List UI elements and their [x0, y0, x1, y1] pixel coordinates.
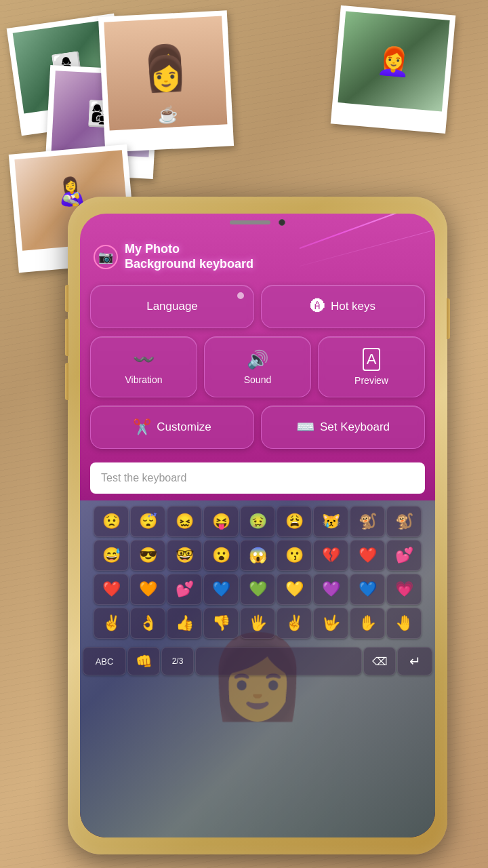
emoji-key[interactable]: 😮	[203, 540, 239, 571]
menu-row-3: ✂️ Customize ⌨️ Set Keyboard	[90, 406, 425, 449]
app-content: 📷 My Photo Background keyboard	[80, 229, 435, 837]
sound-label: Sound	[244, 374, 271, 385]
phone-container: 📷 My Photo Background keyboard	[68, 197, 447, 854]
abc-key[interactable]: ABC	[83, 647, 126, 675]
app-title: My Photo Background keyboard	[125, 242, 253, 271]
language-button[interactable]: Language	[90, 285, 254, 328]
set-keyboard-button[interactable]: ⌨️ Set Keyboard	[261, 406, 425, 449]
emoji-key[interactable]: 🧡	[130, 574, 165, 605]
bubble-dot	[237, 292, 244, 299]
emoji-key[interactable]: 💗	[386, 574, 422, 605]
speaker-grill	[230, 220, 270, 224]
emoji-key[interactable]: 🤓	[167, 540, 202, 571]
keyboard-area: 😟 😴 😖 😝 🤢 😩 😿 🐒 🐒 😅	[80, 500, 435, 837]
emoji-key[interactable]: 🤢	[240, 506, 275, 537]
customize-icon: ✂️	[133, 418, 151, 436]
emoji-key[interactable]: ❤️	[94, 574, 129, 605]
emoji-key[interactable]: 👌	[130, 608, 165, 639]
emoji-key[interactable]: 💛	[277, 574, 312, 605]
emoji-key[interactable]: 👍	[167, 608, 202, 639]
emoji-row-3: ❤️ 🧡 💕 💙 💚 💛 💜 💙 💗	[83, 574, 432, 605]
app-header: 📷 My Photo Background keyboard	[80, 229, 435, 278]
camera-icon: 📷	[98, 250, 113, 264]
sound-icon: 🔊	[247, 349, 268, 370]
emoji-key[interactable]: 🤟	[313, 608, 348, 639]
menu-row-2: 〰️ Vibration 🔊 Sound A Preview	[90, 336, 425, 397]
vibration-icon: 〰️	[133, 349, 155, 370]
emoji-key[interactable]: 👎	[203, 608, 239, 639]
emoji-key[interactable]: 😅	[94, 540, 129, 571]
language-label: Language	[146, 300, 198, 313]
emoji-key[interactable]: 💕	[167, 574, 202, 605]
emoji-key[interactable]: 😝	[203, 506, 239, 537]
emoji-row-2: 😅 😎 🤓 😮 😱 😗 💔 ❤️ 💕	[83, 540, 432, 571]
emoji-toggle-key[interactable]: 👊	[127, 647, 160, 675]
vibration-button[interactable]: 〰️ Vibration	[90, 336, 197, 397]
delete-icon: ⌫	[372, 655, 388, 668]
emoji-key[interactable]: 💔	[313, 540, 348, 571]
emoji-key[interactable]: 😿	[313, 506, 348, 537]
emoji-key[interactable]: 😟	[94, 506, 129, 537]
polaroid-photos-area: 👩‍👧‍👦 👩‍👩‍👧 👩 ☕ 👩‍🦰 👩‍🍼	[0, 0, 488, 217]
enter-icon: ↵	[409, 653, 421, 669]
emoji-key[interactable]: ✋	[350, 608, 385, 639]
preview-icon: A	[363, 348, 381, 371]
sound-button[interactable]: 🔊 Sound	[204, 336, 311, 397]
space-key[interactable]	[195, 647, 362, 675]
emoji-key[interactable]: 😱	[240, 540, 275, 571]
emoji-key[interactable]: 🐒	[350, 506, 385, 537]
hotkeys-button[interactable]: 🅐 Hot keys	[261, 285, 425, 328]
test-input-area[interactable]: Test the keyboard	[90, 462, 425, 494]
emoji-key[interactable]: 💕	[386, 540, 422, 571]
emoji-key[interactable]: 😴	[130, 506, 165, 537]
emoji-key[interactable]: ❤️	[350, 540, 385, 571]
emoji-key[interactable]: 💙	[350, 574, 385, 605]
emoji-key[interactable]: 💙	[203, 574, 239, 605]
page-indicator-key[interactable]: 2/3	[161, 647, 194, 675]
emoji-key[interactable]: ✌️	[94, 608, 129, 639]
menu-area: Language 🅐 Hot keys 〰️ Vibration	[80, 278, 435, 456]
emoji-key[interactable]: 💚	[240, 574, 275, 605]
emoji-row-1: 😟 😴 😖 😝 🤢 😩 😿 🐒 🐒	[83, 506, 432, 537]
keyboard-icon: ⌨️	[296, 418, 314, 436]
set-keyboard-label: Set Keyboard	[320, 420, 390, 434]
emoji-rows: 😟 😴 😖 😝 🤢 😩 😿 🐒 🐒 😅	[80, 500, 435, 644]
preview-label: Preview	[354, 375, 388, 386]
camera-dot	[279, 219, 285, 226]
power-button	[447, 298, 450, 339]
phone-frame: 📷 My Photo Background keyboard	[68, 197, 447, 854]
keyboard-bottom-row: ABC 👊 2/3 ⌫ ↵	[80, 644, 435, 678]
preview-button[interactable]: A Preview	[318, 336, 425, 397]
enter-key[interactable]: ↵	[397, 647, 432, 675]
menu-row-1: Language 🅐 Hot keys	[90, 285, 425, 328]
emoji-row-4: ✌️ 👌 👍 👎 🖐️ ✌️ 🤟 ✋ 🤚	[83, 608, 432, 639]
emoji-key[interactable]: 💜	[313, 574, 348, 605]
app-icon: 📷	[94, 245, 118, 269]
emoji-key[interactable]: 😩	[277, 506, 312, 537]
hotkeys-label: Hot keys	[331, 300, 375, 313]
phone-screen: 📷 My Photo Background keyboard	[80, 214, 435, 837]
polaroid-photo-4: 👩‍🦰	[331, 5, 456, 134]
vibration-label: Vibration	[125, 374, 162, 385]
emoji-key[interactable]: ✌️	[277, 608, 312, 639]
delete-key[interactable]: ⌫	[363, 647, 396, 675]
emoji-key[interactable]: 😖	[167, 506, 202, 537]
abc-label: ABC	[96, 656, 114, 667]
volume-silent-button	[65, 285, 68, 312]
volume-down-button	[65, 363, 68, 400]
emoji-key[interactable]: 🤚	[386, 608, 422, 639]
page-indicator: 2/3	[172, 656, 184, 666]
emoji-key[interactable]: 🐒	[386, 506, 422, 537]
volume-up-button	[65, 319, 68, 356]
polaroid-photo-3: 👩 ☕	[98, 10, 234, 153]
emoji-key[interactable]: 🖐️	[240, 608, 275, 639]
hotkeys-icon: 🅐	[310, 298, 325, 315]
customize-button[interactable]: ✂️ Customize	[90, 406, 254, 449]
emoji-key[interactable]: 😗	[277, 540, 312, 571]
customize-label: Customize	[157, 420, 211, 434]
test-input-placeholder: Test the keyboard	[101, 472, 186, 484]
emoji-key[interactable]: 😎	[130, 540, 165, 571]
